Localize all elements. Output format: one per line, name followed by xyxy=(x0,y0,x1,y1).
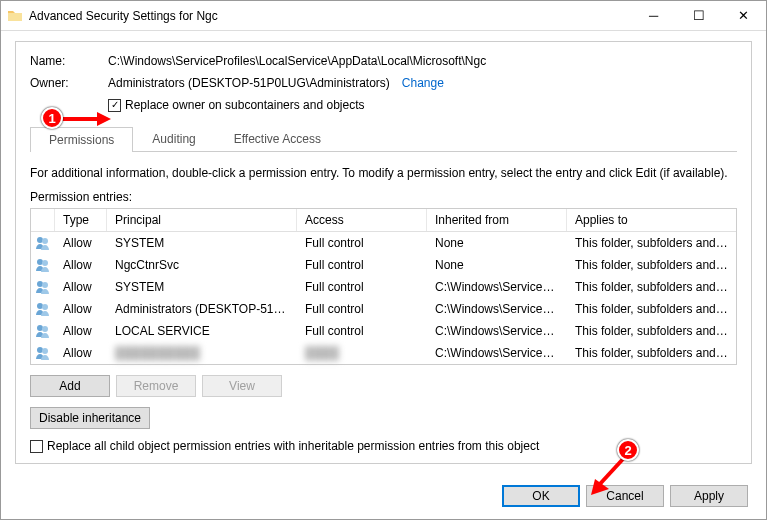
replace-child-label: Replace all child object permission entr… xyxy=(47,439,539,453)
col-icon xyxy=(31,209,55,231)
svg-point-1 xyxy=(42,238,48,244)
name-label: Name: xyxy=(30,54,108,68)
principal-icon xyxy=(31,233,55,253)
svg-point-0 xyxy=(37,237,43,243)
ok-button[interactable]: OK xyxy=(502,485,580,507)
remove-button: Remove xyxy=(116,375,196,397)
apply-button[interactable]: Apply xyxy=(670,485,748,507)
main-panel: Name: C:\Windows\ServiceProfiles\LocalSe… xyxy=(15,41,752,464)
svg-marker-13 xyxy=(97,112,111,126)
maximize-button[interactable]: ☐ xyxy=(676,1,721,30)
tabs: Permissions Auditing Effective Access xyxy=(30,126,737,152)
table-body: AllowSYSTEMFull controlNoneThis folder, … xyxy=(31,232,736,364)
cell-access: Full control xyxy=(297,322,427,340)
principal-icon xyxy=(31,255,55,275)
table-row[interactable]: AllowNgcCtnrSvcFull controlNoneThis fold… xyxy=(31,254,736,276)
cell-principal: SYSTEM xyxy=(107,278,297,296)
cell-applies: This folder, subfolders and files xyxy=(567,344,736,362)
table-header: Type Principal Access Inherited from App… xyxy=(31,209,736,232)
svg-point-8 xyxy=(37,325,43,331)
table-row[interactable]: AllowLOCAL SERVICEFull controlC:\Windows… xyxy=(31,320,736,342)
window-title: Advanced Security Settings for Ngc xyxy=(29,9,631,23)
col-applies[interactable]: Applies to xyxy=(567,209,736,231)
cell-access: Full control xyxy=(297,278,427,296)
change-owner-link[interactable]: Change xyxy=(402,76,444,90)
cell-applies: This folder, subfolders and files xyxy=(567,322,736,340)
cell-principal: LOCAL SERVICE xyxy=(107,322,297,340)
svg-point-3 xyxy=(42,260,48,266)
table-row[interactable]: Allow██████████████C:\Windows\ServicePr.… xyxy=(31,342,736,364)
advanced-security-window: Advanced Security Settings for Ngc ─ ☐ ✕… xyxy=(0,0,767,520)
close-button[interactable]: ✕ xyxy=(721,1,766,30)
cell-inherited: C:\Windows\ServicePr... xyxy=(427,322,567,340)
permission-table: Type Principal Access Inherited from App… xyxy=(30,208,737,365)
name-value: C:\Windows\ServiceProfiles\LocalService\… xyxy=(108,54,486,68)
principal-icon xyxy=(31,321,55,341)
table-row[interactable]: AllowSYSTEMFull controlNoneThis folder, … xyxy=(31,232,736,254)
col-inherited[interactable]: Inherited from xyxy=(427,209,567,231)
tab-effective-access[interactable]: Effective Access xyxy=(215,126,340,151)
principal-icon xyxy=(31,299,55,319)
svg-point-4 xyxy=(37,281,43,287)
disable-inheritance-button[interactable]: Disable inheritance xyxy=(30,407,150,429)
cell-inherited: None xyxy=(427,256,567,274)
cell-inherited: C:\Windows\ServicePr... xyxy=(427,300,567,318)
svg-point-2 xyxy=(37,259,43,265)
col-access[interactable]: Access xyxy=(297,209,427,231)
cell-principal: SYSTEM xyxy=(107,234,297,252)
callout-2: 2 xyxy=(617,439,639,461)
titlebar: Advanced Security Settings for Ngc ─ ☐ ✕ xyxy=(1,1,766,31)
cell-inherited: C:\Windows\ServicePr... xyxy=(427,344,567,362)
cell-principal: ██████████ xyxy=(107,344,297,362)
arrow-1-icon xyxy=(61,109,111,129)
minimize-button[interactable]: ─ xyxy=(631,1,676,30)
cell-principal: Administrators (DESKTOP-51P... xyxy=(107,300,297,318)
cell-access: Full control xyxy=(297,234,427,252)
svg-point-10 xyxy=(37,347,43,353)
replace-owner-label: Replace owner on subcontainers and objec… xyxy=(125,98,364,112)
cell-access: Full control xyxy=(297,300,427,318)
cell-inherited: None xyxy=(427,234,567,252)
cell-principal: NgcCtnrSvc xyxy=(107,256,297,274)
cell-type: Allow xyxy=(55,278,107,296)
principal-icon xyxy=(31,277,55,297)
cell-access: Full control xyxy=(297,256,427,274)
cell-applies: This folder, subfolders and files xyxy=(567,234,736,252)
table-row[interactable]: AllowAdministrators (DESKTOP-51P...Full … xyxy=(31,298,736,320)
arrow-2-icon xyxy=(591,457,631,497)
cell-type: Allow xyxy=(55,256,107,274)
cell-type: Allow xyxy=(55,344,107,362)
svg-point-11 xyxy=(42,348,48,354)
principal-icon xyxy=(31,343,55,363)
owner-value: Administrators (DESKTOP-51P0LUG\Administ… xyxy=(108,76,390,90)
cell-access: ████ xyxy=(297,344,427,362)
svg-line-14 xyxy=(599,459,623,485)
cell-type: Allow xyxy=(55,300,107,318)
col-type[interactable]: Type xyxy=(55,209,107,231)
cell-applies: This folder, subfolders and files xyxy=(567,256,736,274)
col-principal[interactable]: Principal xyxy=(107,209,297,231)
add-button[interactable]: Add xyxy=(30,375,110,397)
tab-auditing[interactable]: Auditing xyxy=(133,126,214,151)
cell-applies: This folder, subfolders and files xyxy=(567,300,736,318)
svg-point-6 xyxy=(37,303,43,309)
svg-point-7 xyxy=(42,304,48,310)
tab-permissions[interactable]: Permissions xyxy=(30,127,133,152)
cell-inherited: C:\Windows\ServicePr... xyxy=(427,278,567,296)
svg-point-9 xyxy=(42,326,48,332)
cell-type: Allow xyxy=(55,322,107,340)
info-text: For additional information, double-click… xyxy=(30,166,737,180)
owner-label: Owner: xyxy=(30,76,108,90)
replace-child-checkbox[interactable] xyxy=(30,440,43,453)
callout-1: 1 xyxy=(41,107,63,129)
entries-label: Permission entries: xyxy=(30,190,737,204)
cell-applies: This folder, subfolders and files xyxy=(567,278,736,296)
cell-type: Allow xyxy=(55,234,107,252)
svg-point-5 xyxy=(42,282,48,288)
folder-icon xyxy=(7,8,23,24)
view-button: View xyxy=(202,375,282,397)
table-row[interactable]: AllowSYSTEMFull controlC:\Windows\Servic… xyxy=(31,276,736,298)
